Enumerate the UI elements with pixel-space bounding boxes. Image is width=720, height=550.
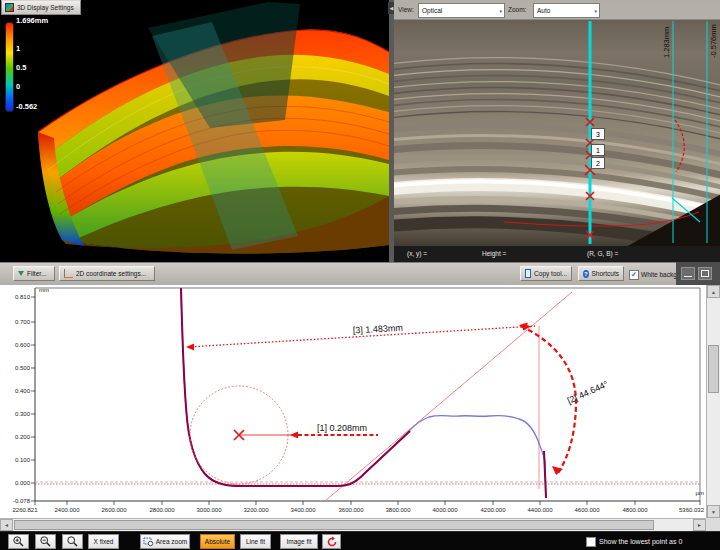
svg-text:0.000: 0.000: [15, 480, 31, 486]
chevron-down-icon: ▾: [594, 8, 599, 14]
svg-text:3600.000: 3600.000: [338, 507, 364, 513]
chart-bottom-toolbar: X fixed Area zoom Absolute Line fit Imag…: [0, 531, 720, 550]
svg-text:3200.000: 3200.000: [243, 507, 269, 513]
zoom-label: Zoom:: [508, 6, 526, 13]
dim-label-0576: -0.576mm: [709, 24, 718, 58]
x-axis-unit: µm: [696, 490, 704, 496]
measurement-app-window: 3D Display Settings 1.696mm 1 0.5 0 -0.5…: [0, 0, 720, 550]
zoom-tool-button[interactable]: [62, 534, 83, 549]
area-zoom-button[interactable]: Area zoom: [140, 534, 190, 549]
scroll-down-button[interactable]: ▼: [707, 505, 720, 518]
svg-text:0.600: 0.600: [15, 342, 31, 348]
maximize-icon: [701, 270, 709, 277]
chevron-down-icon: ▾: [499, 8, 504, 14]
white-background-checkbox[interactable]: ✓: [629, 270, 639, 280]
collapse-left-icon: ◀: [390, 5, 394, 11]
tab-3d-display-settings[interactable]: 3D Display Settings: [1, 0, 81, 15]
filter-button[interactable]: Filter...: [13, 266, 55, 281]
zoom-in-button[interactable]: [8, 534, 29, 549]
lowest-point-label: Show the lowest point as 0: [599, 538, 682, 545]
vertical-scroll-thumb[interactable]: [708, 345, 719, 393]
panel-3d-display: 3D Display Settings 1.696mm 1 0.5 0 -0.5…: [0, 0, 389, 262]
status-height: Height =: [482, 250, 506, 257]
refresh-icon: [326, 536, 338, 548]
svg-text:0.200: 0.200: [15, 434, 31, 440]
svg-text:3800.000: 3800.000: [385, 507, 411, 513]
marker-box-3[interactable]: 3: [591, 128, 605, 140]
dim-label-1283: 1.283mm: [662, 27, 671, 58]
scroll-left-button[interactable]: ◄: [0, 519, 13, 531]
svg-text:0.400: 0.400: [15, 388, 31, 394]
svg-text:4800.000: 4800.000: [622, 507, 648, 513]
magnifier-minus-icon: [39, 535, 52, 548]
svg-text:2260.821: 2260.821: [12, 507, 38, 513]
lowest-point-checkbox[interactable]: [586, 537, 596, 547]
svg-text:-0.078: -0.078: [13, 498, 31, 504]
scroll-up-button[interactable]: ▲: [707, 285, 720, 298]
arrow-right-icon: ►: [697, 522, 702, 528]
subwindow-controls: [676, 262, 720, 285]
minimize-icon: [684, 276, 692, 278]
magnifier-plus-icon: [12, 535, 25, 548]
svg-text:0.100: 0.100: [15, 457, 31, 463]
arrow-up-icon: ▲: [711, 289, 716, 295]
optical-toolbar: View: Optical ▾ Zoom: Auto ▾: [394, 0, 720, 20]
annotation-1-label[interactable]: [1] 0.208mm: [317, 423, 367, 433]
profile-toolbar: Filter... 2D coordinate settings... Copy…: [0, 262, 720, 286]
marker-box-1[interactable]: 1: [591, 144, 605, 156]
marker-box-2[interactable]: 2: [591, 157, 605, 169]
zoom-select[interactable]: Auto ▾: [533, 3, 600, 18]
vertical-scrollbar[interactable]: ▲ ▼: [706, 285, 720, 518]
image-fit-button[interactable]: Image fit: [280, 534, 318, 549]
3d-surface-render[interactable]: [0, 0, 389, 262]
3d-settings-icon: [5, 3, 14, 12]
scale-tick-1: 1: [16, 44, 20, 53]
svg-text:0.300: 0.300: [15, 411, 31, 417]
horizontal-scrollbar[interactable]: ◄ ►: [0, 518, 706, 531]
panel-optical-view: 1.283mm -0.576mm 3 1 2 View: Optical ▾ Z…: [394, 0, 720, 262]
status-rgb: (R, G, B) =: [587, 250, 618, 257]
svg-text:4200.000: 4200.000: [480, 507, 506, 513]
absolute-button[interactable]: Absolute: [200, 534, 235, 549]
tab-label: 3D Display Settings: [17, 4, 74, 11]
view-select[interactable]: Optical ▾: [418, 3, 505, 18]
coordinate-settings-button[interactable]: 2D coordinate settings...: [59, 266, 155, 281]
height-color-scale: [5, 22, 14, 112]
x-fixed-button[interactable]: X fixed: [88, 534, 119, 549]
filter-icon: [18, 271, 24, 276]
scale-max-label: 1.696mm: [16, 16, 48, 25]
y-axis-unit: mm: [39, 287, 49, 293]
view-label: View:: [398, 6, 414, 13]
minimize-button[interactable]: [681, 267, 695, 280]
svg-text:4600.000: 4600.000: [574, 507, 600, 513]
zoom-out-button[interactable]: [35, 534, 56, 549]
svg-text:2600.000: 2600.000: [101, 507, 127, 513]
svg-text:0.810: 0.810: [15, 294, 31, 300]
optical-image[interactable]: 1.283mm -0.576mm: [394, 0, 720, 262]
arrow-left-icon: ◄: [4, 522, 9, 528]
scale-tick-0: 0: [16, 82, 20, 91]
optical-status-bar: (x, y) = Height = (R, G, B) =: [394, 246, 720, 262]
scale-min-label: -0.562: [16, 102, 37, 111]
scroll-right-button[interactable]: ►: [693, 519, 706, 531]
svg-text:0.700: 0.700: [15, 319, 31, 325]
refresh-button[interactable]: [322, 534, 341, 549]
copy-icon: [525, 269, 531, 278]
area-zoom-icon: [143, 537, 154, 547]
help-icon: ?: [583, 270, 589, 278]
maximize-button[interactable]: [698, 267, 712, 280]
svg-text:5360.032: 5360.032: [679, 507, 705, 513]
copy-tool-button[interactable]: Copy tool...: [520, 266, 572, 281]
arrow-down-icon: ▼: [711, 509, 716, 515]
shortcuts-button[interactable]: ? Shortcuts: [578, 266, 624, 281]
line-fit-button[interactable]: Line fit: [240, 534, 271, 549]
svg-text:4000.000: 4000.000: [432, 507, 458, 513]
scale-tick-05: 0.5: [16, 63, 26, 72]
axes-icon: [64, 269, 73, 278]
magnifier-icon: [66, 535, 79, 548]
svg-text:2800.000: 2800.000: [149, 507, 175, 513]
svg-text:3000.000: 3000.000: [196, 507, 222, 513]
profile-chart[interactable]: mm µm 0.810 0.700 0.600 0.500 0.400 0.30…: [0, 285, 706, 518]
svg-text:3400.000: 3400.000: [290, 507, 316, 513]
horizontal-scroll-thumb[interactable]: [14, 520, 654, 530]
